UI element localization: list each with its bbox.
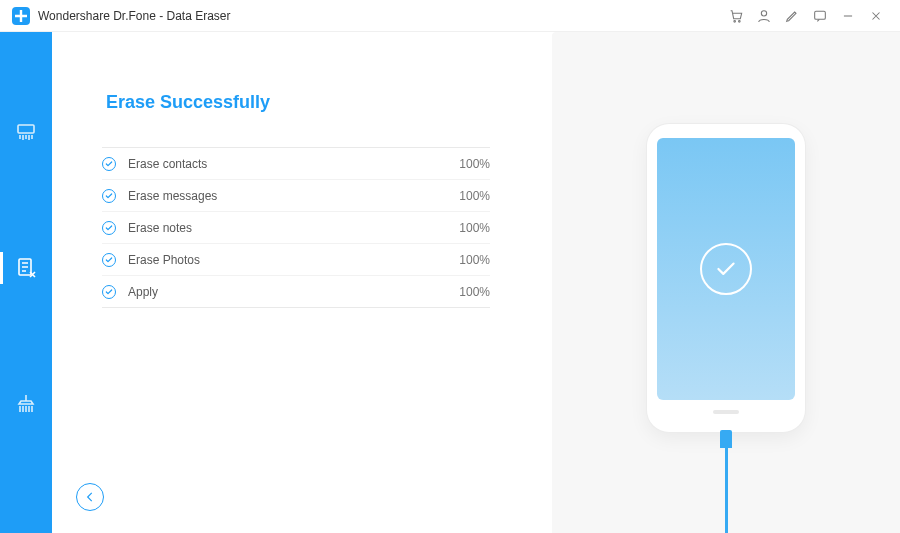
feedback-icon[interactable] bbox=[806, 2, 834, 30]
sidebar-item-shredder[interactable] bbox=[0, 112, 52, 152]
result-panel: Erase Successfully Erase contacts 100% E… bbox=[52, 32, 552, 533]
sidebar-item-cleanup[interactable] bbox=[0, 384, 52, 424]
item-label: Erase Photos bbox=[128, 253, 459, 267]
titlebar: Wondershare Dr.Fone - Data Eraser bbox=[0, 0, 900, 32]
svg-point-2 bbox=[761, 10, 766, 15]
check-icon bbox=[102, 189, 116, 203]
item-percent: 100% bbox=[459, 285, 490, 299]
account-icon[interactable] bbox=[750, 2, 778, 30]
svg-point-0 bbox=[734, 20, 736, 22]
item-label: Erase messages bbox=[128, 189, 459, 203]
svg-point-1 bbox=[739, 20, 741, 22]
main-content: Erase Successfully Erase contacts 100% E… bbox=[52, 32, 900, 533]
sidebar bbox=[0, 32, 52, 533]
item-percent: 100% bbox=[459, 253, 490, 267]
close-icon[interactable] bbox=[862, 2, 890, 30]
minimize-icon[interactable] bbox=[834, 2, 862, 30]
device-illustration bbox=[552, 32, 900, 533]
list-item: Erase Photos 100% bbox=[102, 244, 490, 276]
list-item: Apply 100% bbox=[102, 276, 490, 308]
list-item: Erase notes 100% bbox=[102, 212, 490, 244]
list-item: Erase contacts 100% bbox=[102, 148, 490, 180]
item-percent: 100% bbox=[459, 157, 490, 171]
sidebar-item-erase[interactable] bbox=[0, 248, 52, 288]
check-icon bbox=[102, 285, 116, 299]
item-label: Erase contacts bbox=[128, 157, 459, 171]
phone-home-indicator bbox=[713, 410, 739, 414]
check-icon bbox=[102, 253, 116, 267]
erase-list: Erase contacts 100% Erase messages 100% … bbox=[102, 147, 490, 308]
success-check-icon bbox=[700, 243, 752, 295]
cart-icon[interactable] bbox=[722, 2, 750, 30]
app-logo bbox=[12, 7, 30, 25]
item-percent: 100% bbox=[459, 189, 490, 203]
edit-icon[interactable] bbox=[778, 2, 806, 30]
check-icon bbox=[102, 221, 116, 235]
list-item: Erase messages 100% bbox=[102, 180, 490, 212]
back-button[interactable] bbox=[76, 483, 104, 511]
check-icon bbox=[102, 157, 116, 171]
phone-screen bbox=[657, 138, 795, 400]
item-label: Erase notes bbox=[128, 221, 459, 235]
item-label: Apply bbox=[128, 285, 459, 299]
item-percent: 100% bbox=[459, 221, 490, 235]
phone-graphic bbox=[647, 124, 805, 432]
window-title: Wondershare Dr.Fone - Data Eraser bbox=[38, 9, 231, 23]
svg-rect-3 bbox=[815, 11, 826, 19]
page-heading: Erase Successfully bbox=[102, 92, 552, 113]
cable-graphic bbox=[719, 430, 733, 533]
svg-rect-4 bbox=[18, 125, 34, 133]
